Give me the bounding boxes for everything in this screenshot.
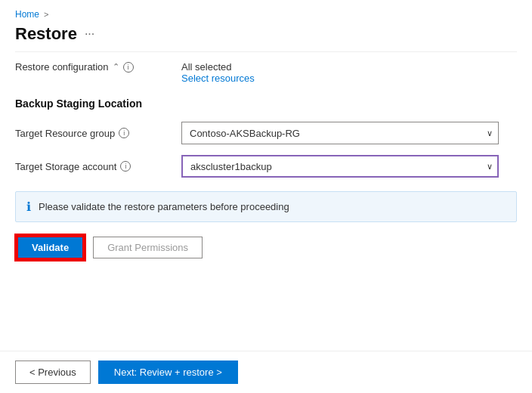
target-rg-select[interactable]: Contoso-AKSBackup-RG	[181, 122, 499, 144]
info-banner-icon: ℹ	[26, 200, 31, 214]
breadcrumb-separator: >	[44, 10, 48, 19]
page-menu-icon[interactable]: ···	[85, 27, 94, 41]
restore-config-info-icon[interactable]: i	[123, 62, 134, 73]
restore-config-label: Restore configuration	[15, 61, 109, 73]
validate-button[interactable]: Validate	[17, 236, 84, 259]
footer: < Previous Next: Review + restore >	[0, 351, 532, 393]
target-storage-label: Target Storage account	[15, 161, 116, 172]
breadcrumb: Home >	[0, 0, 532, 23]
target-rg-label: Target Resource group	[15, 128, 115, 139]
grant-permissions-button[interactable]: Grant Permissions	[93, 237, 203, 258]
page-title: Restore	[15, 24, 77, 44]
restore-config-sort-icon: ⌃	[113, 62, 119, 72]
target-storage-info-icon[interactable]: i	[120, 161, 131, 172]
next-button[interactable]: Next: Review + restore >	[98, 361, 238, 384]
previous-button[interactable]: < Previous	[15, 361, 91, 384]
info-banner: ℹ Please validate the restore parameters…	[15, 191, 517, 222]
breadcrumb-home[interactable]: Home	[15, 9, 39, 20]
select-resources-link[interactable]: Select resources	[181, 73, 255, 84]
target-rg-info-icon[interactable]: i	[119, 128, 129, 138]
all-selected-text: All selected	[181, 61, 255, 73]
section-title: Backup Staging Location	[15, 97, 517, 110]
info-banner-text: Please validate the restore parameters b…	[39, 201, 289, 212]
target-storage-select[interactable]: akscluster1backup	[181, 155, 499, 178]
